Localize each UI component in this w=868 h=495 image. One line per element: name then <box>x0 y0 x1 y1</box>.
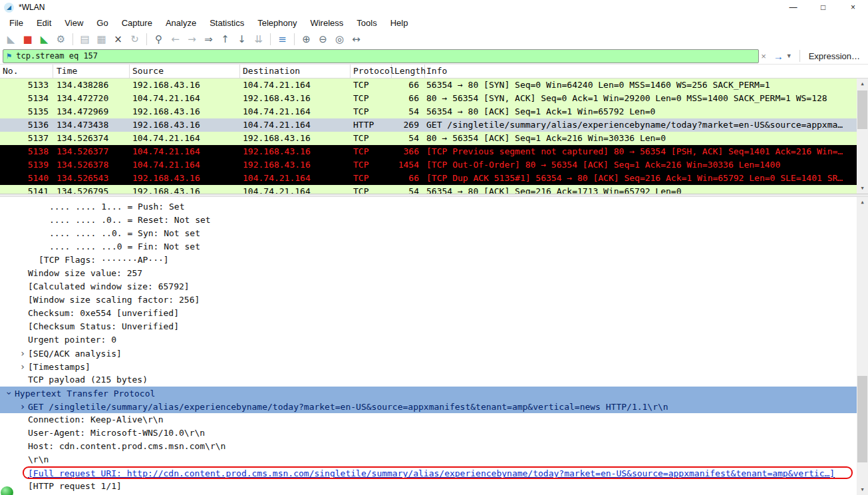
close-file-icon[interactable]: × <box>110 32 126 47</box>
packet-list: No. Time Source Destination Protocol Len… <box>0 64 868 194</box>
packet-row-5134[interactable]: 5134 134.472720 104.74.21.164 192.168.43… <box>0 92 857 105</box>
tree-item-http-host-header[interactable]: Host: cdn.content.prod.cms.msn.com\r\n <box>0 440 857 453</box>
find-packet-icon[interactable]: ⚲ <box>151 32 166 47</box>
filter-apply-icon[interactable]: → <box>768 51 785 62</box>
tree-item-window-size-value[interactable]: Window size value: 257 <box>0 267 857 280</box>
packet-row-5135[interactable]: 5135 134.472969 192.168.43.16 104.74.21.… <box>0 105 857 118</box>
maximize-button[interactable]: □ <box>808 0 838 15</box>
reload-icon[interactable]: ↻ <box>127 32 142 47</box>
colorize-icon[interactable]: ≡ <box>275 32 290 47</box>
chevron-down-icon[interactable]: › <box>3 388 16 399</box>
auto-scroll-icon[interactable]: ⇊ <box>251 32 266 47</box>
menu-tools[interactable]: Tools <box>350 16 383 30</box>
packet-row-5133[interactable]: 5133 134.438286 192.168.43.16 104.74.21.… <box>0 79 857 92</box>
tree-item-http-request-number[interactable]: [HTTP request 1/1] <box>0 480 857 493</box>
tree-item-flag-fin[interactable]: .... .... ...0 = Fin: Not set <box>0 240 857 253</box>
tree-item-http-crlf[interactable]: \r\n <box>0 453 857 466</box>
go-to-packet-icon[interactable]: ⇒ <box>201 32 216 47</box>
column-header-time[interactable]: Time <box>53 65 130 78</box>
tree-item-tcp-flags-summary[interactable]: [TCP Flags: ·······AP···] <box>0 253 857 267</box>
column-header-protocol[interactable]: Protocol <box>351 65 392 78</box>
full-request-uri-link[interactable]: [Full request URI: http://cdn.content.pr… <box>23 466 853 479</box>
packet-row-5136-selected[interactable]: 5136 134.473438 192.168.43.16 104.74.21.… <box>0 118 857 132</box>
column-header-no[interactable]: No. <box>0 65 53 78</box>
minimize-button[interactable]: — <box>778 0 808 15</box>
scroll-up-icon[interactable]: ▲ <box>857 79 868 89</box>
tree-item-calculated-window-size[interactable]: [Calculated window size: 65792] <box>0 280 857 293</box>
tree-item-flag-reset[interactable]: .... .... .0.. = Reset: Not set <box>0 214 857 227</box>
open-file-icon[interactable]: ▤ <box>77 32 92 47</box>
filter-dropdown-icon[interactable]: ▼ <box>785 53 796 59</box>
column-header-info[interactable]: Info <box>425 65 868 78</box>
tree-item-window-scaling-factor[interactable]: [Window size scaling factor: 256] <box>0 293 857 307</box>
packet-row-5137[interactable]: 5137 134.526374 104.74.21.164 192.168.43… <box>0 132 857 145</box>
scroll-down-icon[interactable]: ▼ <box>857 183 868 194</box>
tree-item-tcp-payload[interactable]: TCP payload (215 bytes) <box>0 373 857 387</box>
column-header-length[interactable]: Length <box>392 65 425 78</box>
tree-item-checksum[interactable]: Checksum: 0xe554 [unverified] <box>0 307 857 320</box>
packet-row-5139[interactable]: 5139 134.526378 104.74.21.164 192.168.43… <box>0 158 857 172</box>
menu-go[interactable]: Go <box>90 16 114 30</box>
menu-file[interactable]: File <box>3 16 30 30</box>
capture-options-icon[interactable]: ⚙ <box>53 32 69 47</box>
last-packet-icon[interactable]: ↓ <box>234 32 249 47</box>
display-filter-field[interactable]: ⚑ <box>3 49 759 63</box>
column-header-destination[interactable]: Destination <box>240 65 351 78</box>
tree-item-flag-push[interactable]: .... .... 1... = Push: Set <box>0 200 857 214</box>
chevron-right-icon[interactable]: › <box>17 360 28 373</box>
cell-info: 56354 → 80 [ACK] Seq=1 Ack=1 Win=65792 L… <box>425 105 857 118</box>
tree-item-full-request-uri[interactable]: [Full request URI: http://cdn.content.pr… <box>0 466 857 480</box>
first-packet-icon[interactable]: ↑ <box>217 32 233 47</box>
filter-bookmark-icon[interactable]: ⚑ <box>7 51 11 61</box>
menu-help[interactable]: Help <box>384 16 415 30</box>
expression-button[interactable]: Expression… <box>803 51 865 61</box>
expert-info-led[interactable] <box>1 486 13 495</box>
column-header-source[interactable]: Source <box>130 65 240 78</box>
menu-wireless[interactable]: Wireless <box>303 16 350 30</box>
packet-list-scrollbar[interactable]: ▲ ▼ <box>857 79 868 194</box>
scroll-down-icon[interactable]: ▼ <box>857 484 868 495</box>
tree-item-http-user-agent-header[interactable]: User-Agent: Microsoft-WNS/10.0\r\n <box>0 426 857 440</box>
scroll-up-icon[interactable]: ▲ <box>857 197 868 208</box>
menu-view[interactable]: View <box>58 16 90 30</box>
shark-fin-glyph: ◢ <box>7 5 11 11</box>
zoom-out-icon[interactable]: ⊖ <box>315 32 331 47</box>
go-forward-icon[interactable]: → <box>184 32 200 47</box>
menu-telephony[interactable]: Telephony <box>251 16 303 30</box>
details-scrollbar[interactable]: ▲ ▼ <box>857 197 868 495</box>
tree-item-urgent-pointer[interactable]: Urgent pointer: 0 <box>0 333 857 347</box>
cell-info: [TCP Out-Of-Order] 80 → 56354 [ACK] Seq=… <box>425 158 857 172</box>
menu-capture[interactable]: Capture <box>115 16 159 30</box>
restart-capture-icon[interactable]: ◣ <box>37 32 52 47</box>
stop-capture-icon[interactable]: ■ <box>20 32 35 47</box>
tree-item-timestamps[interactable]: ›[Timestamps] <box>0 360 857 373</box>
tree-item-checksum-status[interactable]: [Checksum Status: Unverified] <box>0 320 857 333</box>
start-capture-icon[interactable]: ◣ <box>3 32 19 47</box>
tree-item-http-connection-header[interactable]: Connection: Keep-Alive\r\n <box>0 413 857 426</box>
cell-time: 134.438286 <box>53 79 130 92</box>
go-back-icon[interactable]: ← <box>168 32 183 47</box>
zoom-in-icon[interactable]: ⊕ <box>299 32 314 47</box>
scrollbar-thumb[interactable] <box>857 90 867 129</box>
cell-length: 66 <box>392 172 425 185</box>
close-button[interactable]: × <box>838 0 868 15</box>
tree-item-http-protocol[interactable]: ›Hypertext Transfer Protocol <box>0 387 857 400</box>
tree-item-seq-ack-analysis[interactable]: ›[SEQ/ACK analysis] <box>0 347 857 360</box>
tree-item-flag-syn[interactable]: .... .... ..0. = Syn: Not set <box>0 227 857 240</box>
cell-destination: 192.168.43.16 <box>240 132 351 145</box>
zoom-original-icon[interactable]: ◎ <box>332 32 347 47</box>
filter-input[interactable] <box>16 51 755 61</box>
menu-analyze[interactable]: Analyze <box>159 16 203 30</box>
packet-row-5140[interactable]: 5140 134.526543 192.168.43.16 104.74.21.… <box>0 172 857 185</box>
resize-columns-icon[interactable]: ↔ <box>349 32 364 47</box>
scrollbar-thumb[interactable] <box>857 376 867 462</box>
menu-edit[interactable]: Edit <box>30 16 58 30</box>
packet-row-5141[interactable]: 5141 134.526795 192.168.43.16 104.74.21.… <box>0 185 857 194</box>
packet-row-5138[interactable]: 5138 134.526377 104.74.21.164 192.168.43… <box>0 145 857 158</box>
save-file-icon[interactable]: ▦ <box>94 32 109 47</box>
chevron-right-icon[interactable]: › <box>17 400 28 413</box>
menu-statistics[interactable]: Statistics <box>203 16 251 30</box>
chevron-right-icon[interactable]: › <box>17 347 28 360</box>
filter-clear-icon[interactable]: × <box>759 51 768 61</box>
tree-item-http-get-request-line[interactable]: ›GET /singletile/summary/alias/experienc… <box>0 400 857 413</box>
